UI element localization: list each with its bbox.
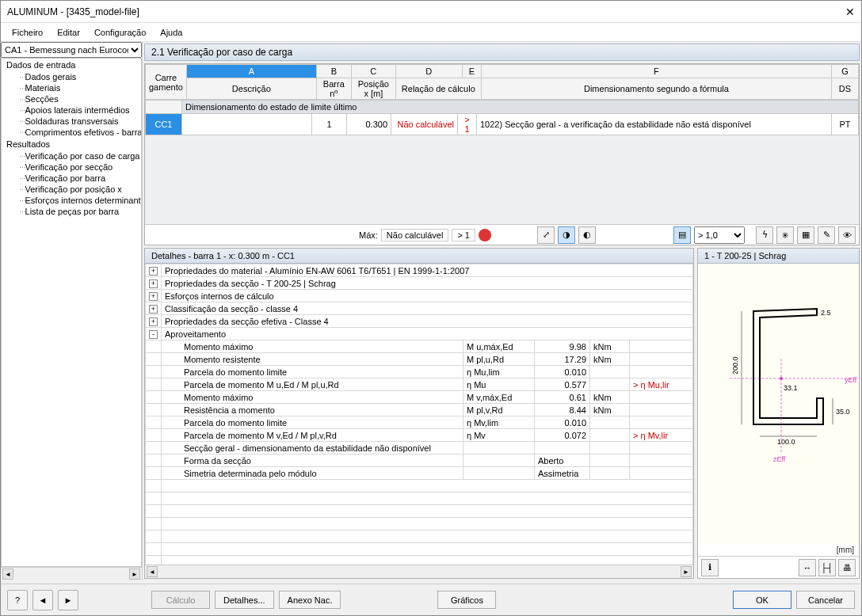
eye-icon[interactable]: 👁: [838, 226, 856, 244]
details-row[interactable]: +Esforços internos de cálculo: [146, 290, 693, 302]
nav-item[interactable]: Verificação por secção: [2, 162, 141, 173]
col-carregamento: Carre gamento: [146, 65, 187, 100]
calculo-button[interactable]: Cálculo: [151, 591, 210, 609]
cancelar-button[interactable]: Cancelar: [796, 591, 855, 609]
nav-item[interactable]: Verificação por caso de carga: [2, 150, 141, 162]
svg-text:2.5: 2.5: [821, 309, 831, 317]
graficos-button[interactable]: Gráficos: [437, 591, 496, 609]
details-row[interactable]: +Classificação da secção - classe 4: [146, 302, 693, 315]
details-row[interactable]: Momento máximoM v,máx,Ed0.61kNm: [146, 391, 693, 404]
tool-b-icon[interactable]: ⛯: [776, 226, 794, 244]
print-icon[interactable]: 🖶: [838, 559, 856, 576]
nav-scrollbar[interactable]: ◄ ►: [1, 567, 142, 580]
results-grid[interactable]: Carre gamento A B C D E F G Descrição Ba…: [144, 63, 860, 245]
window-title: ALUMINUM - [3435_model-file]: [7, 6, 823, 17]
cell-formula[interactable]: 1022) Secção geral - a verificação da es…: [477, 114, 832, 135]
view-mode-1-icon[interactable]: ⤢: [537, 226, 555, 244]
cell-cc[interactable]: CC1: [146, 114, 182, 135]
details-row[interactable]: +Propriedades do material - Alumínio EN-…: [146, 264, 693, 277]
nav-item[interactable]: Secções: [2, 93, 141, 105]
view-mode-3-icon[interactable]: ◐: [578, 226, 596, 244]
bottom-bar: ? ◄ ► Cálculo Detalhes... Anexo Nac. Grá…: [1, 584, 861, 615]
scroll-right-icon[interactable]: ►: [129, 568, 140, 580]
details-row[interactable]: +Propriedades da secção - T 200-25 | Sch…: [146, 277, 693, 290]
nav-item[interactable]: Soldaduras transversais: [2, 116, 141, 127]
details-row[interactable]: Resistência a momentoM pl,v,Rd8.44kNm: [146, 404, 693, 416]
col-E[interactable]: E: [462, 65, 481, 78]
axis-icon[interactable]: ↔: [799, 559, 816, 576]
col-D[interactable]: D: [395, 65, 462, 78]
preview-title: 1 - T 200-25 | Schrag: [698, 249, 859, 264]
nav-group-results[interactable]: Resultados: [2, 138, 141, 150]
col-C[interactable]: C: [351, 65, 395, 78]
cell-pos[interactable]: 0.300: [347, 114, 391, 135]
tool-a-icon[interactable]: ϟ: [756, 226, 773, 244]
nav-item[interactable]: Verificação por barra: [2, 173, 141, 184]
nav-group-input[interactable]: Dados de entrada: [2, 59, 141, 71]
col-B[interactable]: B: [316, 65, 351, 78]
cell-gt1[interactable]: > 1: [458, 114, 477, 135]
details-row[interactable]: Parcela de momento M v,Ed / M pl,v,Rdη M…: [146, 429, 693, 442]
expand-icon[interactable]: +: [146, 264, 162, 277]
details-row[interactable]: Momento resistenteM pl,u,Rd17.29kNm: [146, 353, 693, 366]
nav-item[interactable]: Lista de peças por barra: [2, 206, 141, 217]
expand-icon[interactable]: +: [146, 277, 162, 290]
details-row[interactable]: +Propriedades da secção efetiva - Classe…: [146, 315, 693, 328]
ok-button[interactable]: OK: [733, 591, 791, 609]
menu-editar[interactable]: Editar: [51, 26, 86, 39]
details-row[interactable]: Secção geral - dimensionamento da estabi…: [146, 442, 693, 454]
help-icon[interactable]: ?: [7, 590, 28, 610]
details-row[interactable]: Simetria determinada pelo móduloAssimetr…: [146, 467, 693, 480]
menu-ajuda[interactable]: Ajuda: [154, 26, 189, 39]
section-title: 2.1 Verificação por caso de carga: [144, 44, 860, 61]
loadcase-select[interactable]: CA1 - Bemessung nach Eurocod: [1, 42, 142, 58]
nav-item[interactable]: Materiais: [2, 82, 141, 93]
info-icon[interactable]: ℹ: [701, 559, 719, 576]
nav-tree[interactable]: Dados de entrada Dados gerais Materiais …: [1, 58, 142, 567]
details-row[interactable]: Parcela do momento limiteη Mu,lim0.010: [146, 366, 693, 378]
expand-icon[interactable]: +: [146, 290, 162, 302]
nav-item[interactable]: Comprimentos efetivos - barras: [2, 127, 141, 138]
nav-item[interactable]: Dados gerais: [2, 71, 141, 82]
table-row[interactable]: CC1 1 0.300 Não calculável > 1 1022) Sec…: [146, 114, 859, 135]
scroll-right-icon[interactable]: ►: [681, 566, 692, 577]
details-row[interactable]: Momento máximoM u,máx,Ed9.98kNm: [146, 340, 693, 353]
menu-ficheiro[interactable]: Ficheiro: [6, 26, 49, 39]
details-row[interactable]: Parcela do momento limiteη Mv,lim0.010: [146, 416, 693, 429]
svg-text:100.0: 100.0: [777, 438, 795, 446]
anexo-button[interactable]: Anexo Nac.: [279, 591, 341, 609]
expand-icon[interactable]: +: [146, 315, 162, 328]
details-row[interactable]: -Aproveitamento: [146, 328, 693, 340]
cell-rel[interactable]: Não calculável: [391, 114, 458, 135]
scale-select[interactable]: > 1,0: [694, 226, 745, 244]
tool-d-icon[interactable]: ✎: [818, 226, 835, 244]
nav-item[interactable]: Apoios laterais intermédios: [2, 105, 141, 116]
filter-icon[interactable]: ▤: [673, 226, 691, 244]
tool-c-icon[interactable]: ▦: [797, 226, 814, 244]
nav-item[interactable]: Esforços internos determinantes: [2, 195, 141, 206]
cell-ds[interactable]: PT: [832, 114, 859, 135]
max-label: Máx:: [359, 230, 378, 240]
prev-icon[interactable]: ◄: [32, 590, 53, 610]
next-icon[interactable]: ►: [58, 590, 78, 610]
scroll-left-icon[interactable]: ◄: [2, 568, 13, 580]
detalhes-button[interactable]: Detalhes...: [215, 591, 274, 609]
scroll-left-icon[interactable]: ◄: [147, 566, 158, 577]
menu-configuracao[interactable]: Configuração: [88, 26, 152, 39]
expand-icon[interactable]: +: [146, 302, 162, 315]
nav-item[interactable]: Verificação por posição x: [2, 184, 141, 195]
preview-canvas[interactable]: 200.0 100.0 2.5 35.0 yEff zEff 33.1: [698, 264, 859, 544]
col-F[interactable]: F: [481, 65, 831, 78]
svg-text:zEff: zEff: [773, 455, 786, 463]
details-scrollbar[interactable]: ◄ ►: [145, 565, 693, 578]
expand-icon[interactable]: -: [146, 328, 162, 340]
close-icon[interactable]: ✕: [823, 6, 855, 18]
col-G[interactable]: G: [832, 65, 859, 78]
dim-icon[interactable]: ├┤: [818, 559, 836, 576]
details-row[interactable]: Forma da secçãoAberto: [146, 454, 693, 467]
details-row[interactable]: Parcela de momento M u,Ed / M pl,u,Rdη M…: [146, 378, 693, 391]
col-A[interactable]: A: [186, 65, 316, 78]
view-mode-2-icon[interactable]: ◑: [558, 226, 575, 244]
cell-desc[interactable]: [182, 114, 312, 135]
cell-barra[interactable]: 1: [312, 114, 347, 135]
